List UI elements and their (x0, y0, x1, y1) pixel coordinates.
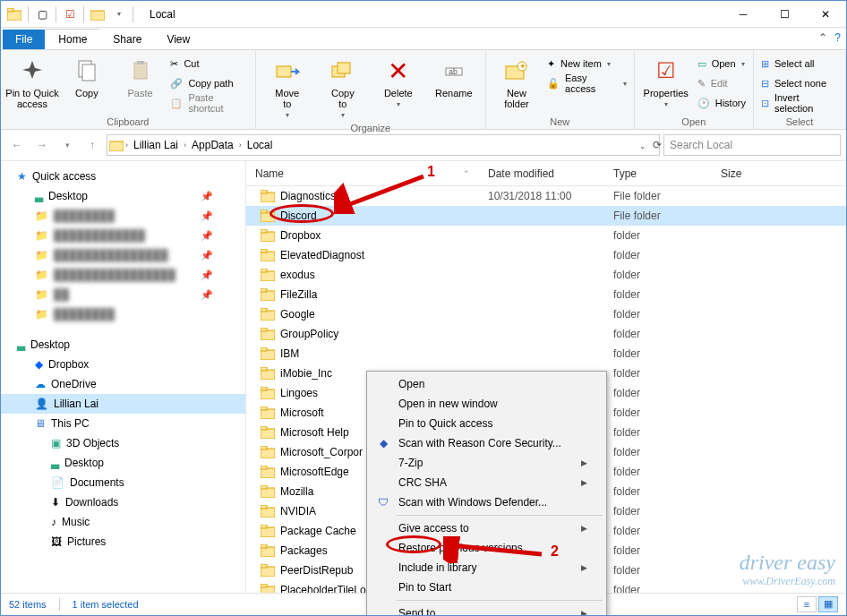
svg-rect-36 (261, 389, 275, 399)
file-row[interactable]: ElevatedDiagnostfolder (246, 245, 846, 265)
crumb-user[interactable]: Lillian Lai (130, 139, 182, 151)
file-row[interactable]: Diagnostics10/31/2018 11:00File folder (246, 186, 846, 206)
file-row[interactable]: exodusfolder (246, 265, 846, 285)
tab-view[interactable]: View (154, 30, 202, 49)
tree-dropbox[interactable]: ◆Dropbox (1, 355, 245, 374)
file-row[interactable]: GroupPolicyfolder (246, 324, 846, 344)
col-type[interactable]: Type (604, 167, 712, 180)
col-date[interactable]: Date modified (479, 167, 604, 180)
chevron-up-icon[interactable]: ⌃ (818, 31, 827, 44)
history-button[interactable]: 🕑History (694, 93, 749, 113)
new-item-button[interactable]: ✦New item ▾ (543, 54, 630, 73)
copy-to-button[interactable]: Copy to▾ (315, 52, 371, 123)
chevron-right-icon: ▶ (581, 458, 587, 467)
address-bar[interactable]: › Lillian Lai › AppData › Local ⌄ ⟳ (107, 134, 660, 156)
checked-icon[interactable]: ☑ (60, 4, 80, 24)
tab-home[interactable]: Home (45, 29, 100, 49)
crumb-appdata[interactable]: AppData (188, 139, 237, 151)
search-input[interactable]: Search Local (663, 134, 841, 156)
tree-item-blurred[interactable]: 📁████████ (1, 304, 245, 324)
file-row[interactable]: Dropboxfolder (246, 226, 846, 245)
view-large-icons-button[interactable]: ▦ (818, 596, 838, 612)
copy-button[interactable]: Copy (60, 52, 114, 102)
tree-desktop-pc[interactable]: ▃Desktop (1, 453, 245, 473)
tree-item-blurred[interactable]: 📁████████📌 (1, 206, 245, 226)
folder-icon-small[interactable] (88, 4, 107, 24)
qat-dropdown-icon[interactable]: ▾ (109, 4, 129, 24)
pin-to-quick-access-button[interactable]: Pin to Quick access (4, 52, 60, 113)
up-button[interactable]: ↑ (81, 134, 103, 156)
file-row[interactable]: DiscordFile folder (246, 206, 846, 226)
open-button[interactable]: ▭Open ▾ (694, 54, 749, 73)
new-folder-button[interactable]: ✦New folder (490, 52, 543, 113)
properties-icon[interactable]: ▢ (32, 4, 52, 24)
chevron-icon[interactable]: › (237, 141, 244, 150)
tree-item-blurred[interactable]: 📁██📌 (1, 285, 245, 304)
edit-button[interactable]: ✎Edit (694, 73, 749, 93)
tree-item-blurred[interactable]: 📁████████████████📌 (1, 265, 245, 285)
crumb-local[interactable]: Local (244, 139, 277, 151)
ctx-include-library[interactable]: Include in library▶ (370, 558, 603, 578)
ctx-crc-sha[interactable]: CRC SHA▶ (370, 473, 603, 492)
tree-desktop-root[interactable]: ▃Desktop (1, 335, 245, 355)
tree-onedrive[interactable]: ☁OneDrive (1, 374, 245, 394)
col-name[interactable]: Name⌃ (246, 167, 479, 180)
tree-desktop[interactable]: ▃Desktop📌 (1, 186, 245, 206)
move-to-button[interactable]: Move to▾ (260, 52, 315, 123)
tab-share[interactable]: Share (100, 30, 154, 49)
tree-item-blurred[interactable]: 📁████████████📌 (1, 226, 245, 245)
paste-button[interactable]: Paste (114, 52, 167, 102)
file-row[interactable]: FileZillafolder (246, 285, 846, 304)
ctx-scan-defender[interactable]: 🛡Scan with Windows Defender... (370, 492, 603, 512)
paste-shortcut-button[interactable]: 📋Paste shortcut (167, 93, 251, 113)
tree-3d-objects[interactable]: ▣3D Objects (1, 433, 245, 453)
ctx-restore-versions[interactable]: Restore previous versions (370, 538, 603, 558)
tree-quick-access[interactable]: ★Quick access (1, 167, 245, 186)
select-all-icon: ⊞ (761, 58, 769, 70)
refresh-icon[interactable]: ⟳ (653, 139, 662, 151)
copy-path-button[interactable]: 🔗Copy path (167, 73, 251, 93)
back-button[interactable]: ← (6, 134, 28, 156)
easy-access-button[interactable]: 🔓Easy access ▾ (543, 73, 630, 93)
open-icon: ▭ (697, 58, 706, 70)
ctx-send-to[interactable]: Send to▶ (370, 603, 603, 616)
forward-button[interactable]: → (31, 134, 53, 156)
close-button[interactable]: ✕ (805, 1, 846, 28)
tree-documents[interactable]: 📄Documents (1, 473, 245, 492)
invert-selection-button[interactable]: ⊡Invert selection (757, 93, 842, 113)
folder-icon (261, 446, 275, 458)
tree-music[interactable]: ♪Music (1, 512, 245, 532)
addr-dropdown-icon[interactable]: ⌄ (639, 141, 646, 150)
maximize-button[interactable]: ☐ (764, 1, 805, 28)
tab-file[interactable]: File (3, 30, 45, 49)
tree-item-blurred[interactable]: 📁███████████████📌 (1, 245, 245, 265)
chevron-icon[interactable]: › (182, 141, 188, 150)
ctx-open-new-window[interactable]: Open in new window (370, 394, 603, 414)
ctx-pin-start[interactable]: Pin to Start (370, 578, 603, 597)
properties-button[interactable]: ☑Properties▾ (638, 52, 694, 112)
rename-button[interactable]: abRename (426, 52, 482, 102)
view-details-button[interactable]: ≡ (797, 596, 817, 612)
ctx-give-access[interactable]: Give access to▶ (370, 518, 603, 538)
ctx-pin-quick-access[interactable]: Pin to Quick access (370, 414, 603, 433)
file-row[interactable]: IBMfolder (246, 344, 846, 364)
ctx-7zip[interactable]: 7-Zip▶ (370, 453, 603, 473)
tree-downloads[interactable]: ⬇Downloads (1, 492, 245, 512)
tree-pictures[interactable]: 🖼Pictures (1, 532, 245, 552)
folder-icon (261, 190, 275, 202)
select-none-button[interactable]: ⊟Select none (757, 73, 842, 93)
recent-dropdown[interactable]: ▾ (56, 134, 78, 156)
chevron-icon[interactable]: › (124, 141, 130, 150)
tree-this-pc[interactable]: 🖥This PC (1, 414, 245, 433)
file-row[interactable]: Googlefolder (246, 304, 846, 324)
tree-user-folder[interactable]: 👤Lillian Lai (1, 394, 245, 414)
help-icon[interactable]: ? (834, 31, 841, 44)
delete-button[interactable]: ✕Delete▾ (371, 52, 426, 112)
col-size[interactable]: Size (712, 167, 783, 180)
select-all-button[interactable]: ⊞Select all (757, 54, 842, 73)
ctx-scan-reason[interactable]: ◆Scan with Reason Core Security... (370, 433, 603, 453)
svg-rect-23 (261, 249, 267, 252)
minimize-button[interactable]: ─ (723, 1, 764, 28)
cut-button[interactable]: ✂Cut (167, 54, 251, 73)
ctx-open[interactable]: Open (370, 374, 603, 394)
